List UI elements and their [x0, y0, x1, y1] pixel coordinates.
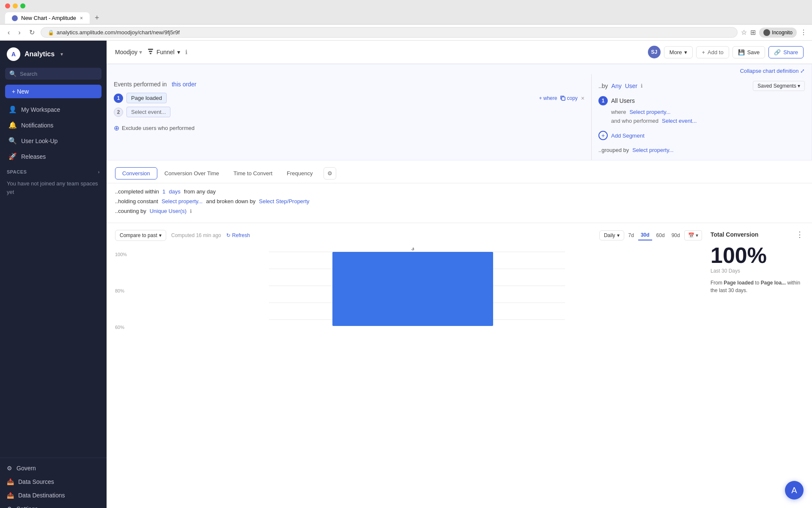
- compare-to-past-button[interactable]: Compare to past ▾: [115, 230, 166, 241]
- chart-settings-gear-button[interactable]: ⚙: [324, 167, 336, 179]
- select-step-link[interactable]: Select Step/Property: [259, 198, 309, 204]
- share-button[interactable]: 🔗 Share: [768, 46, 804, 58]
- settings-icon: ⚙: [7, 505, 12, 508]
- collapse-chart-button[interactable]: Collapse chart definition ⤢: [740, 68, 805, 74]
- sidebar-title-chevron[interactable]: ▾: [60, 51, 63, 57]
- address-bar[interactable]: 🔒 analytics.amplitude.com/moodjoy/chart/…: [41, 27, 738, 38]
- tab-close-button[interactable]: ×: [80, 15, 83, 21]
- chart-range-controls: Daily ▾ 7d 30d 60d 90d 📅 ▾: [599, 230, 702, 240]
- this-order-link[interactable]: this order: [172, 81, 196, 88]
- sidebar-item-my-workspace[interactable]: 👤 My Workspace: [2, 102, 105, 117]
- tab-conversion-over-time[interactable]: Conversion Over Time: [157, 167, 226, 179]
- grid-icon[interactable]: ⊞: [750, 28, 756, 36]
- broken-down-label: and broken down by: [206, 198, 255, 204]
- user-link[interactable]: User: [625, 83, 638, 89]
- holding-constant-property-link[interactable]: Select property...: [162, 198, 203, 204]
- select-event-input[interactable]: Select event...: [126, 107, 170, 117]
- stats-title-row: Total Conversion ⋮: [710, 230, 804, 239]
- svg-rect-2: [150, 53, 151, 54]
- select-event-link-1[interactable]: Select event...: [662, 118, 697, 124]
- sidebar-item-settings[interactable]: ⚙ Settings: [0, 502, 107, 508]
- back-button[interactable]: ‹: [5, 28, 12, 37]
- segment-1-number: 1: [598, 96, 608, 105]
- browser-tab-active[interactable]: New Chart - Amplitude ×: [5, 12, 90, 24]
- days-value[interactable]: 1: [162, 188, 165, 195]
- any-link[interactable]: Any: [612, 83, 622, 89]
- notifications-icon: 🔔: [8, 121, 17, 129]
- save-button[interactable]: 💾 Save: [732, 46, 765, 58]
- add-segment-row[interactable]: + Add Segment: [598, 127, 805, 144]
- stats-menu-button[interactable]: ⋮: [796, 230, 804, 239]
- more-button[interactable]: More ▾: [664, 46, 693, 58]
- close-traffic-light[interactable]: [5, 3, 10, 8]
- event-1-tag[interactable]: Page loaded: [126, 93, 167, 103]
- stats-percent: 100%: [710, 244, 804, 266]
- event-row-1: 1 Page loaded + where copy ×: [114, 93, 584, 103]
- top-bar: Moodjoy ▾ Funnel ▾ ℹ SJ More ▾: [107, 41, 812, 64]
- sidebar-item-data-destinations[interactable]: 📤 Data Destinations: [0, 489, 107, 502]
- select-property-link-1[interactable]: Select property...: [629, 109, 670, 115]
- y-axis-labels: 100% 80% 60%: [115, 248, 127, 334]
- events-header: Events performed in this order: [114, 81, 584, 88]
- new-button[interactable]: + New: [5, 85, 102, 98]
- chart-type-button[interactable]: Funnel ▾: [147, 49, 180, 56]
- counting-info-icon[interactable]: ℹ: [190, 208, 192, 214]
- chart-def-panels: Events performed in this order 1 Page lo…: [107, 74, 812, 160]
- counting-by-value[interactable]: Unique User(s): [150, 208, 187, 214]
- range-7d-button[interactable]: 7d: [626, 231, 636, 240]
- incognito-button[interactable]: Incognito: [759, 28, 797, 38]
- where-button[interactable]: + where: [539, 95, 557, 101]
- add-to-button[interactable]: + Add to: [696, 46, 729, 58]
- amplitude-logo[interactable]: A: [7, 47, 20, 61]
- user-info-icon[interactable]: ℹ: [641, 83, 643, 89]
- daily-button[interactable]: Daily ▾: [599, 230, 624, 240]
- counting-by-row: ..counting by Unique User(s) ℹ: [115, 208, 804, 214]
- range-60d-button[interactable]: 60d: [654, 231, 667, 240]
- menu-dots-icon[interactable]: ⋮: [800, 28, 807, 36]
- svg-rect-3: [562, 97, 565, 100]
- refresh-icon: ↻: [226, 232, 230, 238]
- sidebar-item-user-lookup[interactable]: 🔍 User Look-Up: [2, 133, 105, 148]
- sidebar-item-notifications[interactable]: 🔔 Notifications: [2, 118, 105, 133]
- star-icon[interactable]: ☆: [741, 28, 747, 36]
- tab-time-to-convert[interactable]: Time to Convert: [226, 167, 280, 179]
- event-1-number: 1: [114, 94, 123, 103]
- tab-favicon: [12, 15, 18, 21]
- segment-1-details: where Select property... and who perform…: [598, 109, 805, 124]
- sidebar-item-releases[interactable]: 🚀 Releases: [2, 149, 105, 164]
- sidebar-item-govern[interactable]: ⚙ Govern: [0, 461, 107, 475]
- event-1-close-button[interactable]: ×: [581, 95, 584, 102]
- add-segment-circle-icon: +: [598, 131, 608, 140]
- sidebar-item-data-sources[interactable]: 📥 Data Sources: [0, 475, 107, 489]
- refresh-button[interactable]: ↻ Refresh: [226, 232, 250, 238]
- days-label[interactable]: days: [169, 188, 180, 195]
- grouped-by-label: ..grouped by: [598, 147, 629, 153]
- event-row-2: 2 Select event...: [114, 107, 584, 117]
- minimize-traffic-light[interactable]: [13, 3, 18, 8]
- top-bar-right: SJ More ▾ + Add to 💾 Save 🔗 Share: [648, 46, 804, 58]
- amplitude-chat-button[interactable]: A: [785, 481, 804, 500]
- new-tab-button[interactable]: +: [91, 12, 103, 24]
- sidebar-search[interactable]: 🔍 Search: [5, 68, 102, 80]
- range-30d-button[interactable]: 30d: [638, 230, 652, 240]
- grouped-by-property-link[interactable]: Select property...: [632, 147, 673, 153]
- user-avatar-button[interactable]: SJ: [648, 46, 661, 58]
- chart-info-icon[interactable]: ℹ: [185, 49, 187, 55]
- forward-button[interactable]: ›: [16, 28, 23, 37]
- segment-where-row: where Select property...: [611, 109, 805, 115]
- range-90d-button[interactable]: 90d: [669, 231, 683, 240]
- tab-title: New Chart - Amplitude: [21, 15, 76, 21]
- maximize-traffic-light[interactable]: [20, 3, 25, 8]
- breadcrumb-button[interactable]: Moodjoy ▾: [115, 49, 142, 55]
- saved-segments-button[interactable]: Saved Segments ▾: [753, 81, 805, 91]
- copy-button[interactable]: copy: [560, 95, 577, 101]
- exclude-users-row[interactable]: ⊕ Exclude users who performed: [114, 121, 584, 135]
- tab-frequency[interactable]: Frequency: [280, 167, 320, 179]
- svg-rect-0: [148, 49, 153, 50]
- refresh-button[interactable]: ↻: [27, 28, 37, 37]
- sidebar: A Analytics ▾ 🔍 Search + New 👤 My Worksp…: [0, 41, 107, 508]
- calendar-range-button[interactable]: 📅 ▾: [684, 230, 702, 240]
- svg-text:3: 3: [411, 248, 414, 251]
- bar-chart: 3: [132, 248, 702, 334]
- tab-conversion[interactable]: Conversion: [115, 167, 157, 179]
